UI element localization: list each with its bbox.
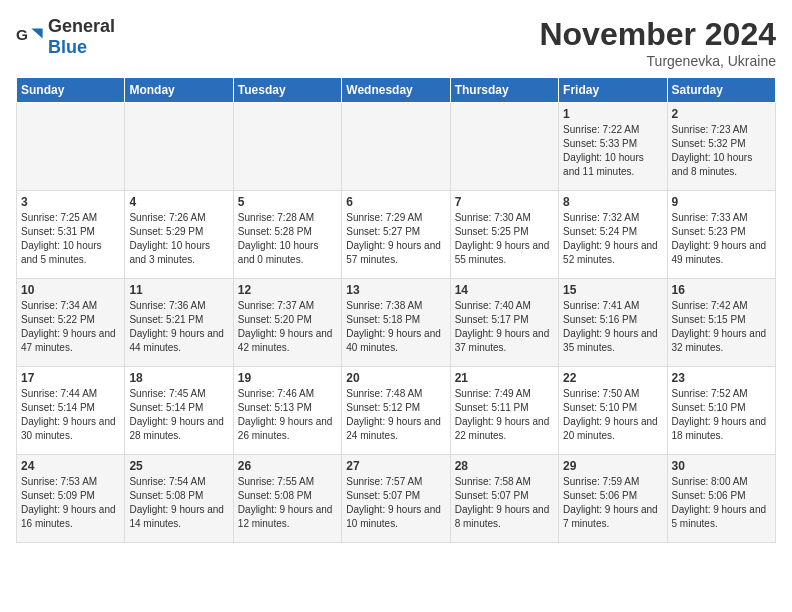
calendar-cell (17, 103, 125, 191)
calendar-cell: 19Sunrise: 7:46 AM Sunset: 5:13 PM Dayli… (233, 367, 341, 455)
day-number: 8 (563, 195, 662, 209)
day-number: 16 (672, 283, 771, 297)
logo-text-general: General (48, 16, 115, 36)
day-info: Sunrise: 7:33 AM Sunset: 5:23 PM Dayligh… (672, 211, 771, 267)
day-number: 11 (129, 283, 228, 297)
calendar-cell: 27Sunrise: 7:57 AM Sunset: 5:07 PM Dayli… (342, 455, 450, 543)
calendar-cell: 6Sunrise: 7:29 AM Sunset: 5:27 PM Daylig… (342, 191, 450, 279)
day-number: 19 (238, 371, 337, 385)
day-number: 20 (346, 371, 445, 385)
day-info: Sunrise: 7:30 AM Sunset: 5:25 PM Dayligh… (455, 211, 554, 267)
day-info: Sunrise: 7:50 AM Sunset: 5:10 PM Dayligh… (563, 387, 662, 443)
day-number: 6 (346, 195, 445, 209)
day-number: 30 (672, 459, 771, 473)
day-info: Sunrise: 7:44 AM Sunset: 5:14 PM Dayligh… (21, 387, 120, 443)
calendar-cell (125, 103, 233, 191)
day-info: Sunrise: 8:00 AM Sunset: 5:06 PM Dayligh… (672, 475, 771, 531)
day-number: 26 (238, 459, 337, 473)
day-info: Sunrise: 7:54 AM Sunset: 5:08 PM Dayligh… (129, 475, 228, 531)
location: Turgenevka, Ukraine (539, 53, 776, 69)
calendar-cell: 17Sunrise: 7:44 AM Sunset: 5:14 PM Dayli… (17, 367, 125, 455)
calendar-week-1: 1Sunrise: 7:22 AM Sunset: 5:33 PM Daylig… (17, 103, 776, 191)
calendar-cell: 10Sunrise: 7:34 AM Sunset: 5:22 PM Dayli… (17, 279, 125, 367)
calendar-cell: 25Sunrise: 7:54 AM Sunset: 5:08 PM Dayli… (125, 455, 233, 543)
logo-text-blue: Blue (48, 37, 87, 57)
day-number: 10 (21, 283, 120, 297)
calendar-cell: 8Sunrise: 7:32 AM Sunset: 5:24 PM Daylig… (559, 191, 667, 279)
day-number: 17 (21, 371, 120, 385)
day-number: 3 (21, 195, 120, 209)
weekday-header-wednesday: Wednesday (342, 78, 450, 103)
calendar-week-5: 24Sunrise: 7:53 AM Sunset: 5:09 PM Dayli… (17, 455, 776, 543)
calendar-cell: 30Sunrise: 8:00 AM Sunset: 5:06 PM Dayli… (667, 455, 775, 543)
day-info: Sunrise: 7:45 AM Sunset: 5:14 PM Dayligh… (129, 387, 228, 443)
calendar-cell: 12Sunrise: 7:37 AM Sunset: 5:20 PM Dayli… (233, 279, 341, 367)
day-info: Sunrise: 7:38 AM Sunset: 5:18 PM Dayligh… (346, 299, 445, 355)
day-info: Sunrise: 7:23 AM Sunset: 5:32 PM Dayligh… (672, 123, 771, 179)
day-info: Sunrise: 7:40 AM Sunset: 5:17 PM Dayligh… (455, 299, 554, 355)
title-block: November 2024 Turgenevka, Ukraine (539, 16, 776, 69)
day-info: Sunrise: 7:53 AM Sunset: 5:09 PM Dayligh… (21, 475, 120, 531)
weekday-header-monday: Monday (125, 78, 233, 103)
calendar-cell: 24Sunrise: 7:53 AM Sunset: 5:09 PM Dayli… (17, 455, 125, 543)
day-number: 2 (672, 107, 771, 121)
day-number: 24 (21, 459, 120, 473)
weekday-header-friday: Friday (559, 78, 667, 103)
calendar-cell: 9Sunrise: 7:33 AM Sunset: 5:23 PM Daylig… (667, 191, 775, 279)
day-info: Sunrise: 7:37 AM Sunset: 5:20 PM Dayligh… (238, 299, 337, 355)
calendar-cell: 2Sunrise: 7:23 AM Sunset: 5:32 PM Daylig… (667, 103, 775, 191)
calendar-cell: 21Sunrise: 7:49 AM Sunset: 5:11 PM Dayli… (450, 367, 558, 455)
calendar-cell: 23Sunrise: 7:52 AM Sunset: 5:10 PM Dayli… (667, 367, 775, 455)
day-number: 22 (563, 371, 662, 385)
day-number: 28 (455, 459, 554, 473)
day-info: Sunrise: 7:52 AM Sunset: 5:10 PM Dayligh… (672, 387, 771, 443)
calendar-cell: 22Sunrise: 7:50 AM Sunset: 5:10 PM Dayli… (559, 367, 667, 455)
calendar-week-4: 17Sunrise: 7:44 AM Sunset: 5:14 PM Dayli… (17, 367, 776, 455)
day-info: Sunrise: 7:41 AM Sunset: 5:16 PM Dayligh… (563, 299, 662, 355)
calendar-cell: 15Sunrise: 7:41 AM Sunset: 5:16 PM Dayli… (559, 279, 667, 367)
weekday-header-sunday: Sunday (17, 78, 125, 103)
day-number: 29 (563, 459, 662, 473)
calendar-week-2: 3Sunrise: 7:25 AM Sunset: 5:31 PM Daylig… (17, 191, 776, 279)
day-info: Sunrise: 7:29 AM Sunset: 5:27 PM Dayligh… (346, 211, 445, 267)
calendar-cell: 26Sunrise: 7:55 AM Sunset: 5:08 PM Dayli… (233, 455, 341, 543)
day-number: 14 (455, 283, 554, 297)
calendar-cell (450, 103, 558, 191)
calendar-cell: 29Sunrise: 7:59 AM Sunset: 5:06 PM Dayli… (559, 455, 667, 543)
day-number: 5 (238, 195, 337, 209)
day-number: 15 (563, 283, 662, 297)
calendar-cell: 11Sunrise: 7:36 AM Sunset: 5:21 PM Dayli… (125, 279, 233, 367)
day-number: 12 (238, 283, 337, 297)
calendar-cell (342, 103, 450, 191)
day-number: 9 (672, 195, 771, 209)
day-number: 18 (129, 371, 228, 385)
weekday-header-saturday: Saturday (667, 78, 775, 103)
day-number: 21 (455, 371, 554, 385)
calendar-week-3: 10Sunrise: 7:34 AM Sunset: 5:22 PM Dayli… (17, 279, 776, 367)
day-number: 1 (563, 107, 662, 121)
svg-text:G: G (16, 26, 28, 43)
day-info: Sunrise: 7:32 AM Sunset: 5:24 PM Dayligh… (563, 211, 662, 267)
day-info: Sunrise: 7:46 AM Sunset: 5:13 PM Dayligh… (238, 387, 337, 443)
day-number: 25 (129, 459, 228, 473)
day-info: Sunrise: 7:34 AM Sunset: 5:22 PM Dayligh… (21, 299, 120, 355)
day-info: Sunrise: 7:48 AM Sunset: 5:12 PM Dayligh… (346, 387, 445, 443)
day-info: Sunrise: 7:57 AM Sunset: 5:07 PM Dayligh… (346, 475, 445, 531)
svg-marker-1 (31, 29, 42, 39)
day-number: 27 (346, 459, 445, 473)
calendar-cell: 3Sunrise: 7:25 AM Sunset: 5:31 PM Daylig… (17, 191, 125, 279)
day-info: Sunrise: 7:26 AM Sunset: 5:29 PM Dayligh… (129, 211, 228, 267)
calendar-cell: 4Sunrise: 7:26 AM Sunset: 5:29 PM Daylig… (125, 191, 233, 279)
day-info: Sunrise: 7:36 AM Sunset: 5:21 PM Dayligh… (129, 299, 228, 355)
day-info: Sunrise: 7:25 AM Sunset: 5:31 PM Dayligh… (21, 211, 120, 267)
calendar-cell: 5Sunrise: 7:28 AM Sunset: 5:28 PM Daylig… (233, 191, 341, 279)
calendar-cell: 14Sunrise: 7:40 AM Sunset: 5:17 PM Dayli… (450, 279, 558, 367)
logo: G General Blue (16, 16, 115, 58)
weekday-header-tuesday: Tuesday (233, 78, 341, 103)
day-number: 13 (346, 283, 445, 297)
day-number: 7 (455, 195, 554, 209)
calendar-cell: 13Sunrise: 7:38 AM Sunset: 5:18 PM Dayli… (342, 279, 450, 367)
day-info: Sunrise: 7:22 AM Sunset: 5:33 PM Dayligh… (563, 123, 662, 179)
weekday-header-thursday: Thursday (450, 78, 558, 103)
calendar-cell: 20Sunrise: 7:48 AM Sunset: 5:12 PM Dayli… (342, 367, 450, 455)
